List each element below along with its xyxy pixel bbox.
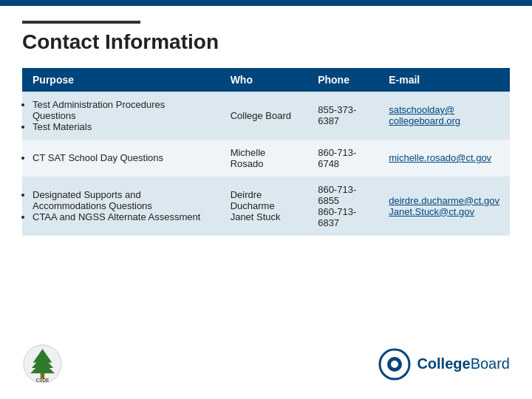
table-row: CT SAT School Day QuestionsMichelle Rosa… [22, 140, 510, 177]
email-link[interactable]: satschoolday@ [389, 104, 454, 115]
cell-purpose: CT SAT School Day Questions [22, 140, 220, 177]
cell-phone: 855-373-6387 [307, 92, 378, 140]
footer: CSDE CollegeBoard [22, 344, 510, 384]
title-section: Contact Information [22, 21, 510, 55]
title-bar-decoration [22, 21, 140, 24]
cell-purpose: Test Administration Procedures Questions… [22, 92, 220, 140]
cell-purpose: Designated Supports and Accommodations Q… [22, 177, 220, 236]
csdl-logo: CSDE [22, 344, 63, 384]
cell-email: satschoolday@collegeboard.org [378, 92, 510, 140]
svg-text:CSDE: CSDE [36, 378, 50, 383]
contact-table: Purpose Who Phone E-mail Test Administra… [22, 68, 510, 236]
cell-email: deirdre.ducharme@ct.govJanet.Stuck@ct.go… [378, 177, 510, 236]
email-link[interactable]: michelle.rosado@ct.gov [389, 152, 491, 163]
cell-phone: 860-713-6855 860-713-6837 [307, 177, 378, 236]
email-link[interactable]: deirdre.ducharme@ct.gov [389, 195, 499, 206]
email-link[interactable]: Janet.Stuck@ct.gov [389, 206, 474, 217]
page-content: Contact Information Purpose Who Phone E-… [0, 6, 532, 250]
top-bar [0, 0, 532, 6]
table-row: Designated Supports and Accommodations Q… [22, 177, 510, 236]
col-header-purpose: Purpose [22, 68, 220, 92]
cb-logo-text: CollegeBoard [417, 355, 510, 372]
col-header-email: E-mail [378, 68, 510, 92]
cb-logo-icon [378, 348, 411, 381]
col-header-phone: Phone [307, 68, 378, 92]
cell-email: michelle.rosado@ct.gov [378, 140, 510, 177]
cell-phone: 860-713-6748 [307, 140, 378, 177]
cell-who: Michelle Rosado [220, 140, 308, 177]
table-row: Test Administration Procedures Questions… [22, 92, 510, 140]
cell-who: College Board [220, 92, 308, 140]
page-title: Contact Information [22, 30, 510, 55]
email-link[interactable]: collegeboard.org [389, 115, 460, 126]
csdl-tree-icon: CSDE [22, 344, 63, 384]
col-header-who: Who [220, 68, 308, 92]
cell-who: Deirdre Ducharme Janet Stuck [220, 177, 308, 236]
college-board-logo: CollegeBoard [378, 348, 510, 381]
svg-point-8 [391, 361, 398, 368]
table-header-row: Purpose Who Phone E-mail [22, 68, 510, 92]
